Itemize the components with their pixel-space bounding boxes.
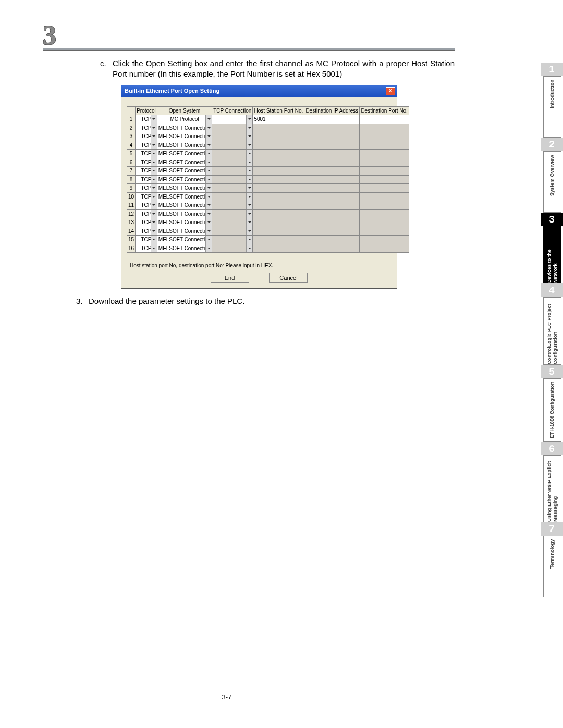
chevron-down-icon[interactable] <box>246 124 252 132</box>
chevron-down-icon[interactable] <box>151 227 157 236</box>
protocol-cell[interactable]: TCP <box>136 192 157 201</box>
protocol-cell[interactable]: TCP <box>136 236 157 244</box>
open-system-cell[interactable]: MELSOFT Connection <box>157 218 212 227</box>
chevron-down-icon[interactable] <box>246 227 252 236</box>
host-port-cell[interactable] <box>253 209 304 218</box>
chevron-down-icon[interactable] <box>246 218 252 227</box>
chevron-down-icon[interactable] <box>205 236 212 244</box>
protocol-cell[interactable]: TCP <box>136 132 157 141</box>
open-system-cell[interactable]: MELSOFT Connection <box>157 244 212 253</box>
chevron-down-icon[interactable] <box>205 115 212 124</box>
side-tab-label-5[interactable]: ETH-1000 Configuration <box>543 378 561 442</box>
chevron-down-icon[interactable] <box>246 132 252 141</box>
protocol-cell[interactable]: TCP <box>136 167 157 176</box>
open-system-cell[interactable]: MC Protocol <box>157 115 212 124</box>
tcp-connection-cell[interactable] <box>212 115 253 124</box>
open-system-cell[interactable]: MELSOFT Connection <box>157 167 212 176</box>
dest-ip-cell[interactable] <box>304 184 360 193</box>
tcp-connection-cell[interactable] <box>212 227 253 236</box>
open-system-cell[interactable]: MELSOFT Connection <box>157 141 212 150</box>
protocol-cell[interactable]: TCP <box>136 209 157 218</box>
tcp-connection-cell[interactable] <box>212 167 253 176</box>
protocol-cell[interactable]: TCP <box>136 158 157 167</box>
dest-port-cell[interactable] <box>360 141 409 150</box>
tcp-connection-cell[interactable] <box>212 158 253 167</box>
dest-port-cell[interactable] <box>360 158 409 167</box>
open-system-cell[interactable]: MELSOFT Connection <box>157 201 212 210</box>
tcp-connection-cell[interactable] <box>212 141 253 150</box>
side-tab-label-6[interactable]: Using EtherNet/IP Explicit Messaging <box>543 455 561 522</box>
host-port-cell[interactable] <box>253 227 304 236</box>
open-system-cell[interactable]: MELSOFT Connection <box>157 236 212 244</box>
end-button[interactable]: End <box>211 273 249 283</box>
chevron-down-icon[interactable] <box>205 141 212 150</box>
chevron-down-icon[interactable] <box>205 132 212 141</box>
side-tab-6[interactable]: 6 <box>541 442 563 455</box>
side-tab-7[interactable]: 7 <box>541 522 563 536</box>
open-system-cell[interactable]: MELSOFT Connection <box>157 132 212 141</box>
host-port-cell[interactable] <box>253 175 304 184</box>
chevron-down-icon[interactable] <box>246 210 252 218</box>
side-tab-5[interactable]: 5 <box>541 365 563 378</box>
chevron-down-icon[interactable] <box>246 158 252 167</box>
chevron-down-icon[interactable] <box>205 218 212 227</box>
dest-port-cell[interactable] <box>360 218 409 227</box>
protocol-cell[interactable]: TCP <box>136 184 157 193</box>
dest-port-cell[interactable] <box>360 192 409 201</box>
tcp-connection-cell[interactable] <box>212 175 253 184</box>
chevron-down-icon[interactable] <box>246 150 252 158</box>
chevron-down-icon[interactable] <box>151 150 157 158</box>
dest-ip-cell[interactable] <box>304 218 360 227</box>
host-port-cell[interactable] <box>253 141 304 150</box>
dest-port-cell[interactable] <box>360 167 409 176</box>
tcp-connection-cell[interactable] <box>212 218 253 227</box>
chevron-down-icon[interactable] <box>151 176 157 184</box>
side-tab-label-4[interactable]: ControlLogix PLC Project Configuration <box>543 297 561 365</box>
dest-ip-cell[interactable] <box>304 167 360 176</box>
chevron-down-icon[interactable] <box>205 227 212 236</box>
tcp-connection-cell[interactable] <box>212 236 253 244</box>
tcp-connection-cell[interactable] <box>212 184 253 193</box>
protocol-cell[interactable]: TCP <box>136 124 157 132</box>
dest-ip-cell[interactable] <box>304 236 360 244</box>
host-port-cell[interactable] <box>253 132 304 141</box>
open-system-cell[interactable]: MELSOFT Connection <box>157 158 212 167</box>
open-system-cell[interactable]: MELSOFT Connection <box>157 150 212 158</box>
side-tab-3[interactable]: 3 <box>541 213 563 226</box>
protocol-cell[interactable]: TCP <box>136 115 157 124</box>
chevron-down-icon[interactable] <box>151 124 157 132</box>
chevron-down-icon[interactable] <box>205 244 212 253</box>
open-system-cell[interactable]: MELSOFT Connection <box>157 124 212 132</box>
dest-port-cell[interactable] <box>360 244 409 253</box>
chevron-down-icon[interactable] <box>205 210 212 218</box>
chevron-down-icon[interactable] <box>151 201 157 209</box>
tcp-connection-cell[interactable] <box>212 244 253 253</box>
chevron-down-icon[interactable] <box>205 193 212 201</box>
side-tab-label-1[interactable]: Introduction <box>543 76 561 138</box>
dialog-titlebar[interactable]: Built-in Ethernet Port Open Setting × <box>121 85 397 97</box>
chevron-down-icon[interactable] <box>151 115 157 124</box>
side-tab-4[interactable]: 4 <box>541 283 563 297</box>
chevron-down-icon[interactable] <box>205 124 212 132</box>
chevron-down-icon[interactable] <box>151 193 157 201</box>
protocol-cell[interactable]: TCP <box>136 141 157 150</box>
dest-ip-cell[interactable] <box>304 115 360 124</box>
dest-port-cell[interactable] <box>360 236 409 244</box>
cancel-button[interactable]: Cancel <box>269 273 308 283</box>
side-tab-2[interactable]: 2 <box>541 138 563 151</box>
tcp-connection-cell[interactable] <box>212 201 253 210</box>
dest-ip-cell[interactable] <box>304 124 360 132</box>
dest-port-cell[interactable] <box>360 115 409 124</box>
open-system-cell[interactable]: MELSOFT Connection <box>157 192 212 201</box>
dest-ip-cell[interactable] <box>304 150 360 158</box>
protocol-cell[interactable]: TCP <box>136 244 157 253</box>
host-port-cell[interactable] <box>253 244 304 253</box>
protocol-cell[interactable]: TCP <box>136 201 157 210</box>
dest-port-cell[interactable] <box>360 201 409 210</box>
chevron-down-icon[interactable] <box>246 115 252 124</box>
host-port-cell[interactable] <box>253 184 304 193</box>
chevron-down-icon[interactable] <box>246 184 252 192</box>
chevron-down-icon[interactable] <box>151 141 157 150</box>
host-port-cell[interactable] <box>253 192 304 201</box>
dest-port-cell[interactable] <box>360 184 409 193</box>
